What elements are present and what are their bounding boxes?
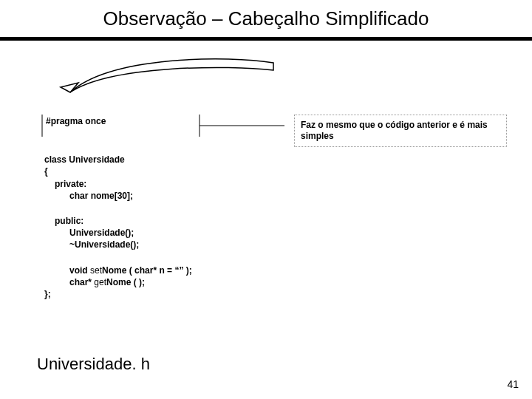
code-class-decl: class Universidade <box>44 154 266 166</box>
code-pragma: #pragma once <box>44 115 107 127</box>
code-setter: void setNome ( char* n = “” ); <box>44 265 266 276</box>
curved-arrow <box>44 52 296 111</box>
title-underline <box>0 37 532 41</box>
slide-title: Observação – Cabeçalho Simplificado <box>0 0 532 30</box>
code-ctor: Universidade(); <box>44 227 266 239</box>
code-member: char nome[30]; <box>44 190 266 202</box>
slide-root: Observação – Cabeçalho Simplificado #pra… <box>0 0 532 399</box>
code-dtor: ~Universidade(); <box>44 239 266 250</box>
code-public: public: <box>44 215 266 227</box>
code-block: #pragma once class Universidade { privat… <box>44 115 266 300</box>
page-number: 41 <box>507 378 519 390</box>
code-private: private: <box>44 178 266 190</box>
code-getter: char* getNome ( ); <box>44 276 266 288</box>
code-open-brace: { <box>44 166 266 177</box>
filename-label: Universidade. h <box>37 355 150 374</box>
code-close: }; <box>44 288 266 300</box>
callout-note: Faz o mesmo que o código anterior e é ma… <box>294 115 507 147</box>
